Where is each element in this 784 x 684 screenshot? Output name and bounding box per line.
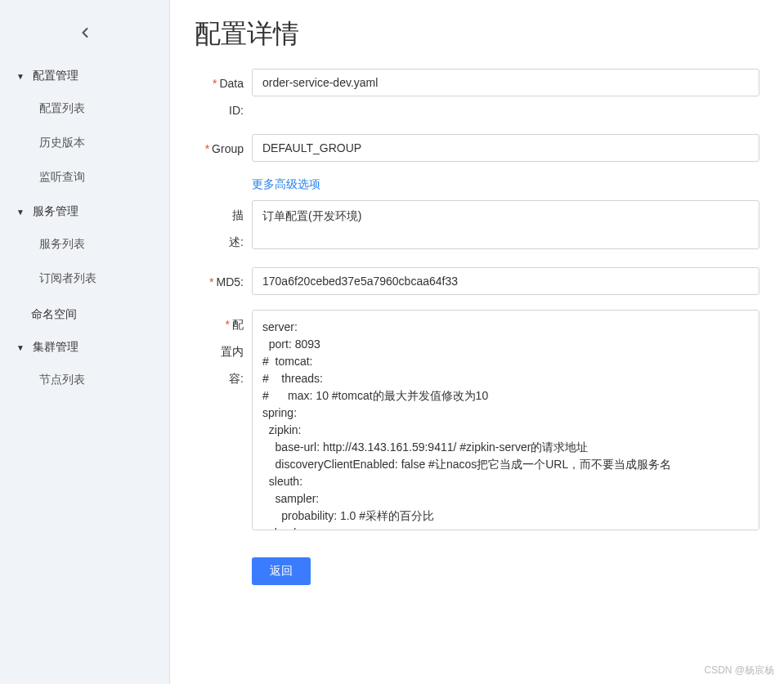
back-button[interactable]: 返回 — [252, 557, 311, 585]
nav-group-header-cluster[interactable]: ▼ 集群管理 — [0, 332, 169, 363]
label-md5: *MD5: — [195, 267, 244, 291]
label-content: *配 置内 容: — [195, 310, 244, 387]
nav-group-label: 服务管理 — [33, 204, 78, 219]
sidebar-item-listener[interactable]: 监听查询 — [0, 160, 169, 194]
sidebar-item-service-list[interactable]: 服务列表 — [0, 227, 169, 262]
chevron-left-icon — [77, 25, 93, 41]
caret-down-icon: ▼ — [16, 208, 25, 217]
page-title: 配置详情 — [195, 16, 759, 52]
form-row-group: *Group — [195, 134, 759, 162]
sidebar: ▼ 配置管理 配置列表 历史版本 监听查询 ▼ 服务管理 服务列表 订阅者列表 … — [0, 0, 170, 684]
label-data-id: *Data ID: — [195, 69, 244, 119]
required-mark: * — [213, 77, 217, 90]
nav-group-cluster: ▼ 集群管理 节点列表 — [0, 332, 169, 397]
form-row-data-id: *Data ID: — [195, 69, 759, 119]
nav-group-label: 配置管理 — [33, 69, 78, 83]
sidebar-item-history[interactable]: 历史版本 — [0, 126, 169, 160]
watermark: CSDN @杨宸杨 — [704, 664, 774, 677]
required-mark: * — [226, 318, 230, 331]
group-input[interactable] — [252, 134, 759, 162]
main-content: 配置详情 *Data ID: *Group 更多高级选项 描 述: 订单配置(开… — [170, 0, 784, 684]
back-icon-button[interactable] — [0, 16, 169, 60]
label-group: *Group — [195, 134, 244, 158]
nav-group-service: ▼ 服务管理 服务列表 订阅者列表 — [0, 196, 169, 296]
nav-group-header-service[interactable]: ▼ 服务管理 — [0, 196, 169, 227]
nav-group-header-config[interactable]: ▼ 配置管理 — [0, 60, 169, 92]
sidebar-item-config-list[interactable]: 配置列表 — [0, 92, 169, 126]
advanced-options-link[interactable]: 更多高级选项 — [252, 177, 320, 192]
required-mark: * — [205, 142, 209, 155]
description-input[interactable]: 订单配置(开发环境) — [252, 200, 759, 249]
config-content-area[interactable]: server: port: 8093 # tomcat: # threads: … — [252, 310, 759, 530]
sidebar-item-subscriber-list[interactable]: 订阅者列表 — [0, 262, 169, 296]
sidebar-item-namespace[interactable]: 命名空间 — [0, 297, 169, 332]
md5-input[interactable] — [252, 267, 759, 295]
form-row-description: 描 述: 订单配置(开发环境) — [195, 200, 759, 253]
required-mark: * — [209, 275, 213, 288]
form-row-content: *配 置内 容: server: port: 8093 # tomcat: # … — [195, 310, 759, 530]
label-description: 描 述: — [195, 200, 244, 251]
form-row-md5: *MD5: — [195, 267, 759, 295]
caret-down-icon: ▼ — [16, 343, 25, 352]
nav-group-label: 集群管理 — [33, 340, 78, 355]
data-id-input[interactable] — [252, 69, 759, 96]
sidebar-item-node-list[interactable]: 节点列表 — [0, 363, 169, 397]
caret-down-icon: ▼ — [16, 72, 25, 81]
nav-group-config: ▼ 配置管理 配置列表 历史版本 监听查询 — [0, 60, 169, 194]
